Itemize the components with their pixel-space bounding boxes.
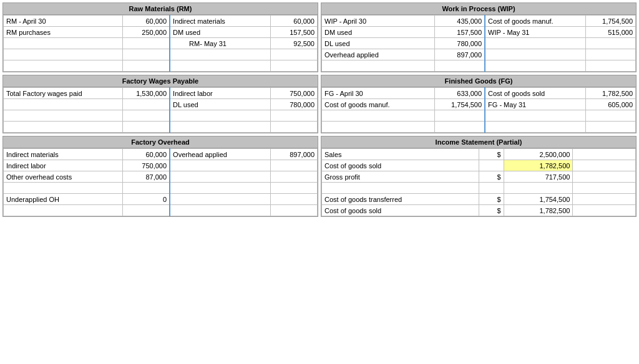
table-row: RM - April 30 60,000 Indirect materials … [4, 16, 318, 27]
factory-wages-title: Factory Wages Payable [3, 75, 318, 87]
finished-goods-title: Finished Goods (FG) [321, 75, 636, 87]
factory-overhead-title: Factory Overhead [3, 136, 318, 148]
table-row: Cost of goods sold 1,782,500 [322, 160, 636, 171]
table-row: FG - April 30 633,000 Cost of goods sold… [322, 88, 636, 99]
rm-left-val-2: 250,000 [123, 27, 170, 38]
factory-overhead-card: Factory Overhead Indirect materials 60,0… [2, 136, 318, 217]
finished-goods-card: Finished Goods (FG) FG - April 30 633,00… [321, 75, 637, 133]
table-row: RM- May 31 92,500 [4, 38, 318, 49]
wip-title: Work in Process (WIP) [321, 3, 636, 15]
rm-right-val-3: 92,500 [270, 38, 317, 49]
table-row: WIP - April 30 435,000 Cost of goods man… [322, 16, 636, 27]
table-row [322, 122, 636, 133]
factory-wages-card: Factory Wages Payable Total Factory wage… [2, 75, 318, 133]
table-row: Gross profit $ 717,500 [322, 171, 636, 183]
rm-left-val-3 [123, 38, 170, 49]
table-row [4, 122, 318, 133]
wip-card: Work in Process (WIP) WIP - April 30 435… [321, 2, 637, 72]
table-row: Underapplied OH 0 [4, 194, 318, 205]
rm-right-label-1: Indirect materials [170, 16, 270, 27]
grid-layout: Raw Materials (RM) RM - April 30 60,000 … [2, 2, 637, 217]
income-statement-title: Income Statement (Partial) [321, 136, 636, 148]
rm-empty-2 [4, 60, 123, 72]
rm-right-label-3: RM- May 31 [170, 38, 270, 49]
page-container: Raw Materials (RM) RM - April 30 60,000 … [0, 0, 639, 364]
raw-materials-card: Raw Materials (RM) RM - April 30 60,000 … [2, 2, 318, 72]
table-row [4, 60, 318, 72]
rm-right-val-2: 157,500 [270, 27, 317, 38]
table-row: Other overhead costs 87,000 [4, 171, 318, 183]
table-row: Overhead applied 897,000 [322, 49, 636, 60]
table-row: RM purchases 250,000 DM used 157,500 [4, 27, 318, 38]
rm-right-label-2: DM used [170, 27, 270, 38]
table-row: DL used 780,000 [322, 38, 636, 49]
rm-left-val-1: 60,000 [123, 16, 170, 27]
rm-left-label-3 [4, 38, 123, 49]
table-row: Cost of goods transferred $ 1,754,500 [322, 194, 636, 205]
income-statement-card: Income Statement (Partial) Sales $ 2,500… [321, 136, 637, 217]
table-row: Total Factory wages paid 1,530,000 Indir… [4, 88, 318, 99]
table-row [4, 183, 318, 194]
table-row: Cost of goods sold $ 1,782,500 [322, 205, 636, 216]
table-row: DL used 780,000 [4, 99, 318, 110]
rm-left-label-1: RM - April 30 [4, 16, 123, 27]
table-row [322, 110, 636, 122]
table-row: Indirect materials 60,000 Overhead appli… [4, 149, 318, 160]
table-row [322, 60, 636, 72]
table-row: Cost of goods manuf. 1,754,500 FG - May … [322, 99, 636, 110]
table-row [322, 183, 636, 194]
rm-right-val-1: 60,000 [270, 16, 317, 27]
table-row [4, 110, 318, 122]
rm-empty-1 [4, 49, 123, 60]
table-row: DM used 157,500 WIP - May 31 515,000 [322, 27, 636, 38]
table-row: Sales $ 2,500,000 [322, 149, 636, 160]
table-row: Indirect labor 750,000 [4, 160, 318, 171]
table-row [4, 49, 318, 60]
table-row [4, 205, 318, 216]
raw-materials-title: Raw Materials (RM) [3, 3, 318, 15]
rm-left-label-2: RM purchases [4, 27, 123, 38]
